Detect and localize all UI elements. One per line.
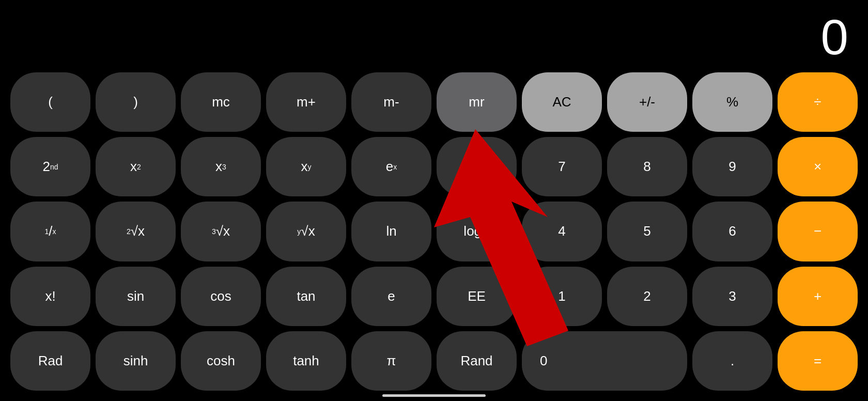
x-cubed-button[interactable]: x3: [181, 137, 261, 196]
open-paren-button[interactable]: (: [10, 72, 90, 132]
2nd-button[interactable]: 2nd: [10, 137, 90, 196]
rand-button[interactable]: Rand: [437, 331, 517, 391]
two-button[interactable]: 2: [607, 267, 687, 326]
log10-button[interactable]: log10: [437, 202, 517, 261]
three-button[interactable]: 3: [692, 267, 772, 326]
display-value: 0: [821, 12, 847, 62]
pi-button[interactable]: π: [351, 331, 431, 391]
sqrty-button[interactable]: y√x: [266, 202, 346, 261]
sin-button[interactable]: sin: [96, 267, 176, 326]
ac-button[interactable]: AC: [522, 72, 602, 132]
percent-button[interactable]: %: [692, 72, 772, 132]
home-indicator: [382, 394, 486, 397]
multiply-button[interactable]: ×: [778, 137, 858, 196]
tanh-button[interactable]: tanh: [266, 331, 346, 391]
mr-button[interactable]: mr: [437, 72, 517, 132]
factorial-button[interactable]: x!: [10, 267, 90, 326]
sqrt2-button[interactable]: 2√x: [96, 202, 176, 261]
four-button[interactable]: 4: [522, 202, 602, 261]
plus-button[interactable]: +: [778, 267, 858, 326]
x-y-button[interactable]: xy: [266, 137, 346, 196]
e-button[interactable]: e: [351, 267, 431, 326]
sinh-button[interactable]: sinh: [96, 331, 176, 391]
nine-button[interactable]: 9: [692, 137, 772, 196]
five-button[interactable]: 5: [607, 202, 687, 261]
dot-button[interactable]: .: [692, 331, 772, 391]
mc-button[interactable]: mc: [181, 72, 261, 132]
minus-button[interactable]: −: [778, 202, 858, 261]
rad-button[interactable]: Rad: [10, 331, 90, 391]
ee-button[interactable]: EE: [437, 267, 517, 326]
close-paren-button[interactable]: ): [96, 72, 176, 132]
ln-button[interactable]: ln: [351, 202, 431, 261]
10x-button[interactable]: 10x: [437, 137, 517, 196]
tan-button[interactable]: tan: [266, 267, 346, 326]
plus-minus-button[interactable]: +/-: [607, 72, 687, 132]
cosh-button[interactable]: cosh: [181, 331, 261, 391]
m-minus-button[interactable]: m-: [351, 72, 431, 132]
divide-button[interactable]: ÷: [778, 72, 858, 132]
display-area: 0: [0, 0, 868, 67]
cos-button[interactable]: cos: [181, 267, 261, 326]
eight-button[interactable]: 8: [607, 137, 687, 196]
seven-button[interactable]: 7: [522, 137, 602, 196]
x-squared-button[interactable]: x2: [96, 137, 176, 196]
inv-x-button[interactable]: 1/x: [10, 202, 90, 261]
equals-button[interactable]: =: [778, 331, 858, 391]
e-x-button[interactable]: ex: [351, 137, 431, 196]
calculator-grid: ( ) mc m+ m- mr AC +/- % ÷ 2nd x2 x3 xy …: [0, 67, 868, 401]
six-button[interactable]: 6: [692, 202, 772, 261]
sqrt3-button[interactable]: 3√x: [181, 202, 261, 261]
m-plus-button[interactable]: m+: [266, 72, 346, 132]
one-button[interactable]: 1: [522, 267, 602, 326]
zero-button[interactable]: 0: [522, 331, 687, 391]
